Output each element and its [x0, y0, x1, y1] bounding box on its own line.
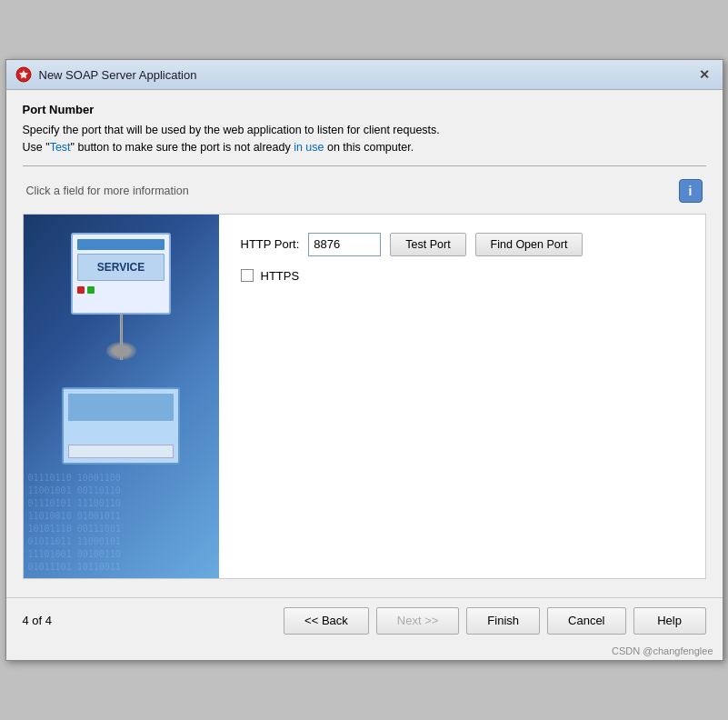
dialog-window: New SOAP Server Application ✕ Port Numbe… — [5, 59, 723, 661]
cable-connector — [106, 342, 136, 360]
dot-green — [87, 286, 95, 294]
dot-red — [77, 286, 85, 294]
info-bar: Click a field for more information i — [23, 174, 706, 208]
https-row: HTTPS — [241, 269, 683, 283]
test-port-button[interactable]: Test Port — [390, 233, 465, 256]
info-bar-text: Click a field for more information — [26, 185, 189, 197]
service-label: SERVICE — [97, 261, 145, 274]
close-button[interactable]: ✕ — [695, 65, 713, 84]
https-checkbox[interactable] — [241, 269, 254, 282]
server-row-1 — [77, 239, 165, 250]
description: Specify the port that will be used by th… — [23, 122, 706, 156]
title-bar-left: New SOAP Server Application — [15, 66, 197, 83]
section-title: Port Number — [23, 103, 706, 116]
http-port-row: HTTP Port: Test Port Find Open Port — [241, 233, 683, 256]
server-label-row: SERVICE — [77, 254, 165, 281]
binary-text: 01110110 1000110011001001 00110110011101… — [24, 467, 219, 578]
monitor-box — [62, 387, 180, 465]
title-bar-text: New SOAP Server Application — [39, 68, 197, 82]
sidebar-illustration: SERVICE — [24, 215, 219, 578]
info-button[interactable]: i — [679, 179, 703, 203]
watermark: CSDN @changfenglee — [6, 644, 723, 660]
main-content-area: SERVICE — [23, 214, 706, 579]
description-line2: Use "Test" button to make sure the port … — [23, 141, 414, 154]
dialog-body: Port Number Specify the port that will b… — [6, 90, 723, 597]
port-input[interactable] — [308, 233, 381, 256]
cancel-button[interactable]: Cancel — [547, 607, 625, 635]
back-button[interactable]: << Back — [284, 607, 369, 635]
finish-button[interactable]: Finish — [466, 607, 540, 635]
find-open-port-button[interactable]: Find Open Port — [475, 233, 583, 256]
server-graphic: SERVICE — [37, 233, 205, 465]
https-label: HTTPS — [261, 269, 300, 283]
next-button[interactable]: Next >> — [376, 607, 460, 635]
status-dots — [77, 286, 165, 294]
footer: 4 of 4 << Back Next >> Finish Cancel Hel… — [6, 597, 723, 644]
monitor-bottom — [68, 445, 174, 458]
http-port-label: HTTP Port: — [241, 237, 300, 251]
monitor-screen — [68, 394, 174, 421]
content-panel: HTTP Port: Test Port Find Open Port HTTP… — [219, 215, 705, 578]
app-icon — [15, 66, 32, 83]
description-line1: Specify the port that will be used by th… — [23, 124, 440, 136]
cable — [120, 315, 123, 360]
title-bar: New SOAP Server Application ✕ — [6, 60, 723, 90]
page-indicator: 4 of 4 — [23, 614, 53, 627]
divider — [23, 165, 706, 166]
server-box: SERVICE — [71, 233, 171, 315]
help-button[interactable]: Help — [633, 607, 706, 635]
